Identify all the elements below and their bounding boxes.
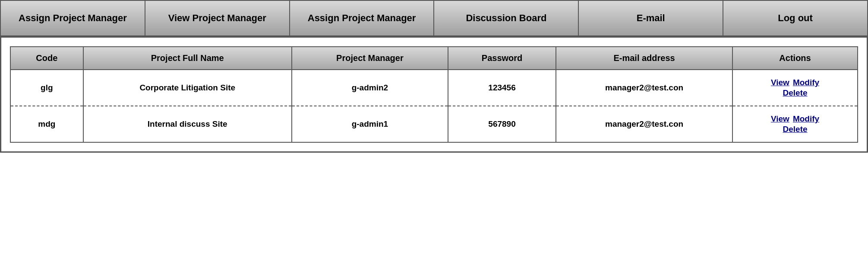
cell-email: manager2@test.con — [556, 70, 732, 106]
action-links-container: ViewModifyDelete — [742, 114, 849, 134]
table-body: glgCorporate Litigation Siteg-admin21234… — [10, 70, 858, 142]
table-row: glgCorporate Litigation Siteg-admin21234… — [10, 70, 858, 106]
cell-actions: ViewModifyDelete — [732, 70, 858, 106]
action-modify-mdg[interactable]: Modify — [793, 114, 819, 124]
main-content: CodeProject Full NameProject ManagerPass… — [0, 36, 868, 153]
action-view-glg[interactable]: View — [771, 78, 789, 87]
navigation-bar: Assign Project ManagerView Project Manag… — [0, 0, 868, 36]
projects-table: CodeProject Full NameProject ManagerPass… — [10, 46, 858, 143]
table-row: mdgInternal discuss Siteg-admin1567890ma… — [10, 106, 858, 142]
col-header-code: Code — [10, 47, 83, 70]
cell-project-full-name: Internal discuss Site — [83, 106, 292, 142]
action-links-container: ViewModifyDelete — [742, 78, 849, 98]
cell-code: glg — [10, 70, 83, 106]
cell-email: manager2@test.con — [556, 106, 732, 142]
col-header-password: Password — [448, 47, 556, 70]
action-delete-mdg[interactable]: Delete — [783, 125, 808, 134]
cell-password: 567890 — [448, 106, 556, 142]
nav-item-assign-pm-1[interactable]: Assign Project Manager — [1, 1, 145, 35]
action-modify-glg[interactable]: Modify — [793, 78, 819, 87]
cell-project-full-name: Corporate Litigation Site — [83, 70, 292, 106]
nav-item-assign-pm-2[interactable]: Assign Project Manager — [290, 1, 435, 35]
col-header-project-manager: Project Manager — [292, 47, 448, 70]
nav-item-email[interactable]: E-mail — [579, 1, 723, 35]
cell-project-manager: g-admin1 — [292, 106, 448, 142]
action-view-mdg[interactable]: View — [771, 114, 789, 124]
action-links-top-row: ViewModify — [770, 114, 820, 124]
nav-item-view-pm[interactable]: View Project Manager — [145, 1, 290, 35]
cell-password: 123456 — [448, 70, 556, 106]
nav-item-discussion-board[interactable]: Discussion Board — [434, 1, 579, 35]
cell-code: mdg — [10, 106, 83, 142]
col-header-actions: Actions — [732, 47, 858, 70]
col-header-email-address: E-mail address — [556, 47, 732, 70]
action-links-top-row: ViewModify — [770, 78, 820, 87]
cell-actions: ViewModifyDelete — [732, 106, 858, 142]
action-delete-glg[interactable]: Delete — [783, 88, 808, 98]
table-header: CodeProject Full NameProject ManagerPass… — [10, 47, 858, 70]
nav-item-logout[interactable]: Log out — [723, 1, 867, 35]
col-header-project-full-name: Project Full Name — [83, 47, 292, 70]
cell-project-manager: g-admin2 — [292, 70, 448, 106]
